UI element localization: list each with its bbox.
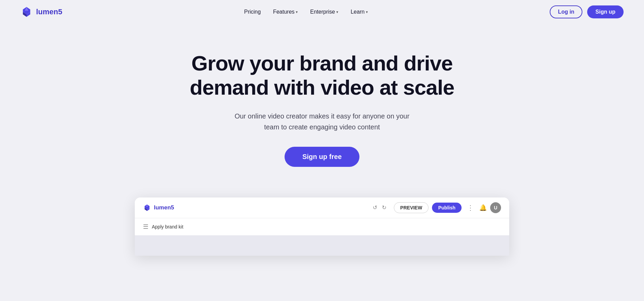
avatar: U xyxy=(490,202,501,213)
nav-label-learn: Learn xyxy=(351,9,365,15)
nav-label-enterprise: Enterprise xyxy=(310,9,335,15)
navbar: lumen5 Pricing Features ▾ Enterprise ▾ L… xyxy=(0,0,644,24)
hero-title: Grow your brand and drive demand with vi… xyxy=(189,51,455,100)
hero-cta-button[interactable]: Sign up free xyxy=(285,147,359,167)
app-topbar-actions: ↺ ↻ PREVIEW Publish ⋮ 🔔 U xyxy=(371,202,501,213)
logo-text: lumen5 xyxy=(36,7,62,16)
nav-item-features[interactable]: Features ▾ xyxy=(273,9,298,15)
preview-button[interactable]: PREVIEW xyxy=(394,202,429,213)
app-lumen5-logo-icon xyxy=(143,204,151,212)
login-button[interactable]: Log in xyxy=(550,5,582,18)
app-preview-wrapper: lumen5 ↺ ↻ PREVIEW Publish ⋮ 🔔 U ☰ Apply… xyxy=(0,180,644,256)
nav-links: Pricing Features ▾ Enterprise ▾ Learn ▾ xyxy=(244,9,368,15)
hero-section: Grow your brand and drive demand with vi… xyxy=(0,24,644,180)
publish-button[interactable]: Publish xyxy=(432,203,462,213)
logo-link[interactable]: lumen5 xyxy=(20,6,62,18)
undo-button[interactable]: ↺ xyxy=(371,203,379,212)
nav-label-pricing: Pricing xyxy=(244,9,261,15)
nav-actions: Log in Sign up xyxy=(550,5,624,18)
undo-redo-group: ↺ ↻ xyxy=(371,203,388,212)
apply-brand-label: Apply brand kit xyxy=(152,224,183,229)
app-preview: lumen5 ↺ ↻ PREVIEW Publish ⋮ 🔔 U ☰ Apply… xyxy=(135,197,509,256)
app-sidebar-row: ☰ Apply brand kit xyxy=(135,218,509,235)
bell-icon[interactable]: 🔔 xyxy=(479,204,487,211)
nav-item-enterprise[interactable]: Enterprise ▾ xyxy=(310,9,338,15)
nav-item-learn[interactable]: Learn ▾ xyxy=(351,9,368,15)
nav-label-features: Features xyxy=(273,9,294,15)
hero-subtitle: Our online video creator makes it easy f… xyxy=(230,111,414,132)
app-content-area xyxy=(135,235,509,256)
lumen5-logo-icon xyxy=(20,6,33,18)
chevron-down-icon: ▾ xyxy=(366,10,368,14)
app-logo-area: lumen5 xyxy=(143,204,174,212)
hamburger-icon[interactable]: ☰ xyxy=(143,223,148,231)
signup-nav-button[interactable]: Sign up xyxy=(587,5,624,18)
app-logo-text: lumen5 xyxy=(154,204,174,211)
redo-button[interactable]: ↻ xyxy=(381,203,388,212)
chevron-down-icon: ▾ xyxy=(296,10,298,14)
chevron-down-icon: ▾ xyxy=(336,10,338,14)
more-options-icon[interactable]: ⋮ xyxy=(465,202,476,213)
nav-item-pricing[interactable]: Pricing xyxy=(244,9,261,15)
app-topbar: lumen5 ↺ ↻ PREVIEW Publish ⋮ 🔔 U xyxy=(135,197,509,218)
